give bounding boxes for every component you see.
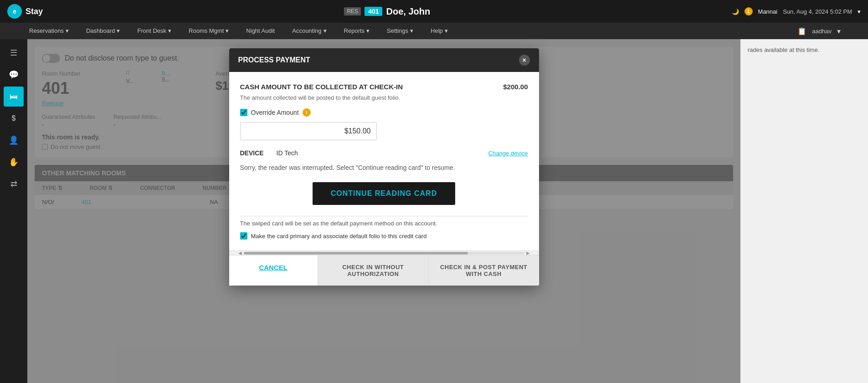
amount-input[interactable]: [240, 122, 377, 140]
override-label: Override Amount: [251, 109, 299, 116]
nav-reservations[interactable]: Reservations ▾: [27, 23, 71, 39]
user-name: Mannai: [758, 8, 778, 15]
app-logo: e Stay: [7, 4, 43, 19]
hscroll-thumb: [244, 252, 468, 255]
nav-frontdesk[interactable]: Front Desk ▾: [135, 23, 173, 39]
nav-username: aadhav: [812, 28, 832, 35]
modal-header: PROCESS PAYMENT ×: [229, 48, 539, 72]
cash-amount: $200.00: [503, 83, 528, 91]
override-row: Override Amount i: [240, 108, 528, 117]
process-payment-modal: PROCESS PAYMENT × CASH AMOUNT TO BE COLL…: [229, 48, 539, 286]
sidebar: ☰ 💬 🛏 $ 👤 ✋ ⇄: [0, 39, 27, 383]
top-bar-right: 🌙 1 Mannai Sun, Aug 4, 2024 5:02 PM ▾: [732, 7, 861, 15]
sidebar-item-messages[interactable]: 💬: [4, 65, 24, 85]
swipe-note: The swiped card will be set as the defau…: [240, 220, 528, 227]
cash-title: CASH AMOUNT TO BE COLLECTED AT CHECK-IN: [240, 83, 403, 91]
nav-reports[interactable]: Reports ▾: [342, 23, 372, 39]
content-area: Do not disclose room type to guest. Room…: [27, 39, 740, 383]
clipboard-icon[interactable]: 📋: [797, 27, 806, 36]
cash-subtitle: The amount collected will be posted to t…: [240, 94, 528, 101]
modal-title: PROCESS PAYMENT: [238, 56, 310, 64]
primary-checkbox[interactable]: [240, 232, 247, 240]
datetime: Sun, Aug 4, 2024 5:02 PM: [783, 8, 852, 15]
top-bar: e Stay RES 401 Doe, John 🌙 1 Mannai Sun,…: [0, 0, 868, 23]
nav-dashboard[interactable]: Dashboard ▾: [84, 23, 122, 39]
override-checkbox[interactable]: [240, 109, 247, 116]
sidebar-item-transfer[interactable]: ⇄: [4, 174, 24, 194]
sidebar-item-guest[interactable]: 👤: [4, 130, 24, 150]
guest-name: Doe, John: [386, 6, 430, 17]
cancel-button[interactable]: CANCEL: [229, 255, 318, 286]
device-label: DEVICE: [240, 149, 277, 157]
res-badge: RES: [344, 7, 361, 15]
modal-horizontal-scrollbar[interactable]: ◀ ▶: [229, 250, 539, 255]
close-button[interactable]: ×: [519, 55, 530, 66]
reservation-header: RES 401 Doe, John: [344, 6, 430, 17]
nav-help[interactable]: Help ▾: [429, 23, 450, 39]
main-layout: ☰ 💬 🛏 $ 👤 ✋ ⇄ Do not disclose room type …: [0, 39, 868, 383]
primary-label: Make the card primary and associate defa…: [251, 233, 427, 240]
user-icon: 🌙: [732, 8, 739, 15]
interrupt-message: Sorry, the reader was interrupted. Selec…: [240, 164, 528, 171]
primary-card-row: Make the card primary and associate defa…: [240, 232, 528, 240]
nav-roomsmgmt[interactable]: Rooms Mgmt ▾: [187, 23, 231, 39]
nav-bar: Reservations ▾ Dashboard ▾ Front Desk ▾ …: [0, 23, 868, 39]
nav-user-arrow[interactable]: ▾: [837, 27, 841, 36]
modal-body: CASH AMOUNT TO BE COLLECTED AT CHECK-IN …: [229, 72, 539, 250]
modal-footer: CANCEL CHECK IN WITHOUT AUTHORIZATION CH…: [229, 255, 539, 286]
nav-nightaudit[interactable]: Night Audit: [244, 23, 277, 39]
right-panel: rades available at this time.: [740, 39, 868, 383]
checkin-post-payment-cash-button[interactable]: CHECK IN & POST PAYMENT WITH CASH: [429, 255, 539, 286]
modal-divider: [240, 216, 528, 216]
info-icon: i: [303, 108, 311, 117]
sidebar-item-rooms[interactable]: 🛏: [4, 87, 24, 107]
modal-overlay: PROCESS PAYMENT × CASH AMOUNT TO BE COLL…: [27, 39, 740, 383]
sidebar-item-billing[interactable]: $: [4, 108, 24, 128]
change-device-link[interactable]: Change device: [488, 150, 528, 157]
nav-settings[interactable]: Settings ▾: [385, 23, 415, 39]
device-value: ID Tech: [277, 149, 488, 157]
upgrades-text: rades available at this time.: [748, 46, 820, 53]
nav-icons: 📋 aadhav ▾: [797, 27, 841, 36]
logo-icon: e: [7, 4, 22, 19]
notification-icon: 1: [745, 7, 753, 15]
sidebar-item-menu[interactable]: ☰: [4, 43, 24, 63]
room-badge: 401: [365, 7, 382, 16]
user-menu-arrow[interactable]: ▾: [858, 8, 861, 15]
sidebar-item-dnd[interactable]: ✋: [4, 152, 24, 172]
checkin-without-auth-button[interactable]: CHECK IN WITHOUT AUTHORIZATION: [318, 255, 429, 286]
nav-accounting[interactable]: Accounting ▾: [290, 23, 328, 39]
device-row: DEVICE ID Tech Change device: [240, 149, 528, 157]
cash-header: CASH AMOUNT TO BE COLLECTED AT CHECK-IN …: [240, 83, 528, 91]
hscroll-track: [244, 252, 524, 255]
continue-reading-card-button[interactable]: CONTINUE READING CARD: [313, 182, 455, 205]
